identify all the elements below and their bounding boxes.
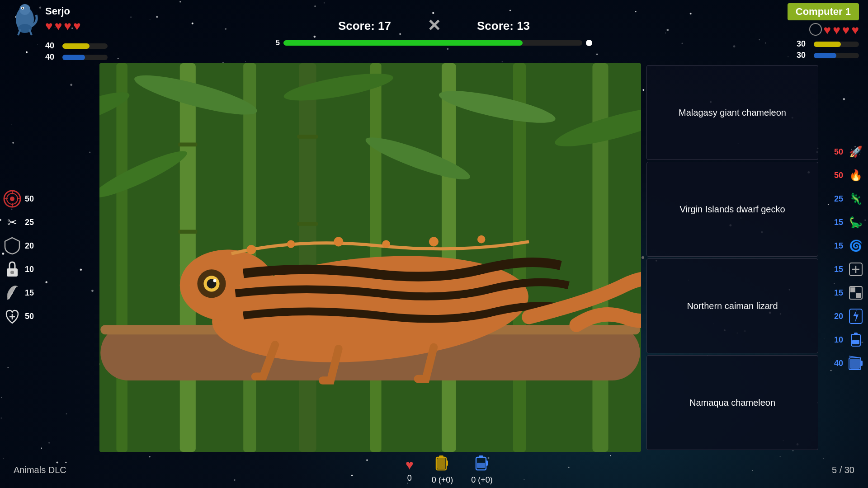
panel-divider bbox=[641, 63, 645, 452]
progress-bar-label: 5 bbox=[276, 39, 280, 47]
svg-rect-36 bbox=[297, 222, 318, 226]
header: Serjo ♥ ♥ ♥ ♥ 40 40 bbox=[0, 0, 868, 63]
progress-bar-row: 5 bbox=[276, 39, 592, 47]
power-target[interactable]: 50 bbox=[2, 189, 47, 209]
svg-rect-72 bbox=[850, 359, 860, 369]
power-heart-plus[interactable]: 50 bbox=[2, 306, 47, 326]
right-power-bolt[interactable]: 20 bbox=[821, 306, 866, 326]
answer-1[interactable]: Malagasy giant chameleon bbox=[646, 65, 818, 160]
scythe-icon bbox=[2, 283, 22, 303]
right-power-battery-sm[interactable]: 10 bbox=[821, 330, 866, 350]
scissors-cost: 25 bbox=[25, 218, 34, 227]
svg-rect-24 bbox=[299, 63, 316, 452]
answer-3[interactable]: Northern caiman lizard bbox=[646, 258, 818, 353]
heart-1: ♥ bbox=[45, 19, 53, 33]
answers-panel: Malagasy giant chameleon Virgin Islands … bbox=[646, 63, 818, 452]
chameleon-scene bbox=[99, 63, 641, 452]
dino-icon: 🦕 bbox=[846, 212, 866, 232]
lock-cost: 10 bbox=[25, 265, 34, 274]
bottom-heart-value: 0 bbox=[407, 474, 412, 483]
main-area: 50 ✂ 25 20 bbox=[0, 63, 868, 452]
shield-icon bbox=[2, 236, 22, 256]
right-sidebar: 50 🚀 50 🔥 25 🦎 15 🦕 15 🌀 bbox=[818, 63, 868, 452]
right-power-edit[interactable]: 15 bbox=[821, 259, 866, 279]
close-button[interactable]: ✕ bbox=[427, 16, 441, 35]
svg-rect-68 bbox=[854, 333, 858, 335]
heart-2: ♥ bbox=[55, 19, 62, 33]
progress-bar-fill bbox=[283, 40, 523, 46]
svg-rect-76 bbox=[446, 460, 448, 466]
svg-point-57 bbox=[477, 235, 486, 244]
edit-cost: 15 bbox=[834, 265, 843, 274]
bolt-cost: 20 bbox=[834, 312, 843, 321]
scythe-cost: 15 bbox=[25, 288, 34, 298]
heart-3: ♥ bbox=[64, 19, 71, 33]
svg-rect-71 bbox=[861, 361, 863, 366]
svg-rect-81 bbox=[477, 463, 485, 468]
lizard-icon: 🦎 bbox=[846, 189, 866, 209]
svg-rect-63 bbox=[856, 287, 861, 292]
score-row: Score: 17 ✕ Score: 13 bbox=[338, 16, 530, 35]
svg-rect-22 bbox=[180, 63, 196, 452]
game-container: Serjo ♥ ♥ ♥ ♥ 40 40 bbox=[0, 0, 868, 488]
svg-point-52 bbox=[246, 245, 256, 254]
svg-rect-69 bbox=[852, 340, 859, 344]
right-power-checker[interactable]: 15 bbox=[821, 283, 866, 303]
comp-heart-1: ♥ bbox=[824, 23, 831, 38]
right-power-dino[interactable]: 15 🦕 bbox=[821, 212, 866, 232]
player-hearts: ♥ ♥ ♥ ♥ bbox=[45, 19, 81, 33]
power-scissors[interactable]: ✂ 25 bbox=[2, 212, 47, 232]
power-lock[interactable]: 10 bbox=[2, 259, 47, 279]
svg-line-3 bbox=[18, 29, 20, 35]
divider-dot bbox=[642, 256, 644, 259]
comp-heart-2: ♥ bbox=[833, 23, 840, 38]
checker-cost: 15 bbox=[834, 288, 843, 298]
svg-point-6 bbox=[22, 8, 24, 9]
player-bar2-track bbox=[62, 55, 108, 60]
progress-bar-track bbox=[283, 40, 582, 46]
heart-plus-cost: 50 bbox=[25, 312, 34, 321]
bottom-battery-yellow-value: 0 (+0) bbox=[432, 475, 453, 485]
right-power-lizard[interactable]: 25 🦎 bbox=[821, 189, 866, 209]
bottom-heart-icon: ♥ bbox=[406, 457, 414, 473]
computer-stat-bars: 30 30 bbox=[797, 39, 859, 60]
power-scythe[interactable]: 15 bbox=[2, 283, 47, 303]
heart-4: ♥ bbox=[73, 19, 81, 33]
comp-heart-4: ♥ bbox=[851, 23, 859, 38]
svg-point-53 bbox=[287, 240, 295, 248]
player-bar1-track bbox=[62, 43, 108, 49]
bottom-battery-blue-stat: 0 (+0) bbox=[471, 455, 493, 485]
power-shield[interactable]: 20 bbox=[2, 236, 47, 256]
battery-lg-icon bbox=[846, 353, 866, 373]
target-cost: 50 bbox=[25, 194, 34, 204]
player-stat1-label: 40 bbox=[45, 41, 59, 51]
bottom-bar: Animals DLC ♥ 0 0 (+0) bbox=[0, 452, 868, 488]
right-power-battery-lg[interactable]: 40 bbox=[821, 353, 866, 373]
answer-4[interactable]: Namaqua chameleon bbox=[646, 355, 818, 450]
rocket-cost: 50 bbox=[834, 147, 843, 157]
svg-point-54 bbox=[334, 237, 343, 246]
dino-cost: 15 bbox=[834, 218, 843, 227]
svg-rect-62 bbox=[850, 287, 855, 292]
player-avatar bbox=[9, 1, 41, 38]
svg-rect-26 bbox=[442, 63, 456, 452]
svg-rect-65 bbox=[856, 293, 861, 298]
right-power-spiral[interactable]: 15 🌀 bbox=[821, 236, 866, 256]
svg-rect-21 bbox=[116, 63, 127, 452]
right-power-rocket[interactable]: 50 🚀 bbox=[821, 142, 866, 162]
svg-rect-79 bbox=[479, 455, 483, 458]
svg-point-9 bbox=[10, 197, 14, 201]
player-score: Score: 17 bbox=[338, 19, 391, 33]
player-info: Serjo ♥ ♥ ♥ ♥ bbox=[45, 5, 81, 33]
answer-2[interactable]: Virgin Islands dwarf gecko bbox=[646, 162, 818, 257]
scissors-icon: ✂ bbox=[2, 212, 22, 232]
computer-score: Score: 13 bbox=[477, 19, 530, 33]
fire-cost: 50 bbox=[834, 171, 843, 180]
player-section: Serjo ♥ ♥ ♥ ♥ 40 40 bbox=[9, 1, 163, 62]
player-stat-bars: 40 40 bbox=[45, 41, 163, 62]
comp-stat1-label: 30 bbox=[797, 39, 810, 49]
comp-heart-empty: ♡ bbox=[809, 23, 822, 36]
right-power-fire[interactable]: 50 🔥 bbox=[821, 165, 866, 185]
computer-section: Computer 1 ♡ ♥ ♥ ♥ ♥ 30 30 bbox=[705, 3, 859, 60]
fire-icon: 🔥 bbox=[846, 165, 866, 185]
